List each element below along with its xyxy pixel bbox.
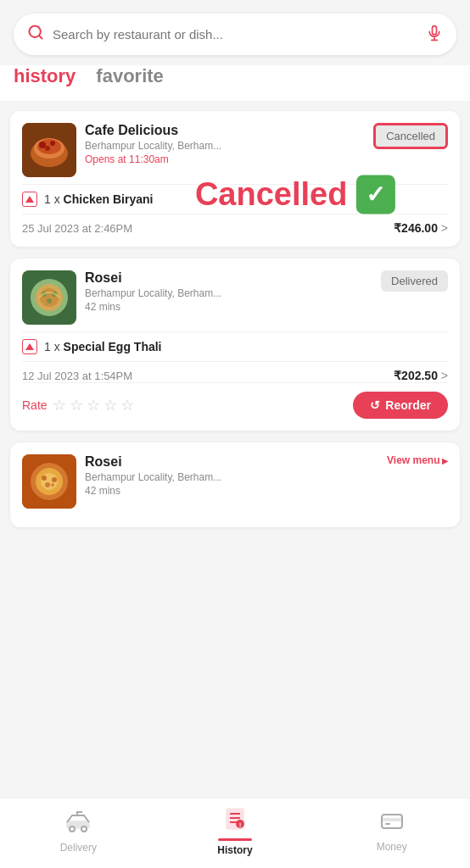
order-card: Rosei Berhampur Locality, Berham... 42 m… xyxy=(10,259,460,431)
restaurant-locality: Berhampur Locality, Berham... xyxy=(85,471,378,483)
reorder-button[interactable]: ↺ Reorder xyxy=(353,392,448,419)
restaurant-locality: Berhampur Locality, Berham... xyxy=(85,140,378,152)
restaurant-info: Rosei Berhampur Locality, Berham... 42 m… xyxy=(85,270,378,313)
order-amount: ₹246.00 xyxy=(394,221,448,235)
restaurant-info: Rosei Berhampur Locality, Berham... 42 m… xyxy=(85,454,378,497)
delivery-icon xyxy=(65,810,91,838)
order-date: 12 Jul 2023 at 1:54PM xyxy=(22,370,132,382)
restaurant-row: Rosei Berhampur Locality, Berham... 42 m… xyxy=(22,454,448,509)
star-3[interactable]: ☆ xyxy=(87,396,100,415)
status-badge-cancelled: Cancelled xyxy=(373,123,448,149)
orders-list: Cafe Delicious Berhampur Locality, Berha… xyxy=(0,101,470,537)
nav-delivery[interactable]: Delivery xyxy=(0,810,157,854)
svg-text:!: ! xyxy=(239,821,242,829)
svg-point-28 xyxy=(70,826,75,832)
history-icon: ! xyxy=(223,807,247,837)
order-amount: ₹202.50 xyxy=(394,369,448,382)
restaurant-time: 42 mins xyxy=(85,485,378,497)
cancelled-overlay: Cancelled ✓ xyxy=(195,175,395,214)
restaurant-row: Cafe Delicious Berhampur Locality, Berha… xyxy=(22,123,448,177)
nav-delivery-label: Delivery xyxy=(60,842,97,854)
star-1[interactable]: ☆ xyxy=(53,396,66,415)
reorder-label: Reorder xyxy=(385,398,431,412)
cancelled-text: Cancelled xyxy=(195,176,348,213)
search-icon xyxy=(27,24,44,45)
rate-section: Rate ☆ ☆ ☆ ☆ ☆ xyxy=(22,396,134,415)
order-date: 25 Jul 2023 at 2:46PM xyxy=(22,222,132,235)
status-badge-delivered: Delivered xyxy=(381,270,448,292)
restaurant-locality: Berhampur Locality, Berham... xyxy=(85,287,378,299)
svg-line-1 xyxy=(39,36,42,39)
rate-reorder-row: Rate ☆ ☆ ☆ ☆ ☆ ↺ Reorder xyxy=(22,382,448,419)
order-card: Cafe Delicious Berhampur Locality, Berha… xyxy=(10,111,460,247)
checkmark-box: ✓ xyxy=(355,175,394,214)
svg-point-25 xyxy=(45,482,50,487)
nav-history[interactable]: ! History xyxy=(157,807,314,856)
order-card: Rosei Berhampur Locality, Berham... 42 m… xyxy=(10,442,460,527)
nav-history-label: History xyxy=(217,844,252,856)
date-amount-row[interactable]: 12 Jul 2023 at 1:54PM ₹202.50 xyxy=(22,361,448,382)
star-4[interactable]: ☆ xyxy=(104,396,117,415)
svg-point-9 xyxy=(39,142,46,148)
svg-rect-2 xyxy=(433,25,437,34)
search-bar[interactable] xyxy=(14,14,456,55)
restaurant-info: Cafe Delicious Berhampur Locality, Berha… xyxy=(85,123,378,165)
active-indicator xyxy=(218,838,252,841)
item-type-icon xyxy=(22,192,37,207)
rate-label: Rate xyxy=(22,398,48,412)
restaurant-name: Rosei xyxy=(85,270,378,286)
money-icon xyxy=(380,811,404,837)
star-rating[interactable]: ☆ ☆ ☆ ☆ ☆ xyxy=(53,396,134,415)
svg-point-23 xyxy=(42,476,47,481)
svg-rect-38 xyxy=(385,823,390,825)
mic-icon[interactable] xyxy=(426,25,443,45)
restaurant-time: 42 mins xyxy=(85,301,378,313)
view-menu-link[interactable]: View menu xyxy=(387,454,448,466)
nav-money-label: Money xyxy=(377,841,407,853)
svg-point-11 xyxy=(45,146,50,151)
item-row: 1 x Special Egg Thali xyxy=(22,331,448,361)
reorder-icon: ↺ xyxy=(370,398,380,412)
item-type-icon xyxy=(22,339,37,354)
svg-point-15 xyxy=(40,288,59,307)
nav-money[interactable]: Money xyxy=(313,811,470,853)
restaurant-name: Cafe Delicious xyxy=(85,123,378,138)
item-text: 1 x Chicken Biryani xyxy=(44,192,153,206)
item-text: 1 x Special Egg Thali xyxy=(44,340,162,353)
svg-point-10 xyxy=(50,141,55,146)
svg-point-18 xyxy=(47,298,52,303)
search-input[interactable] xyxy=(53,27,417,42)
restaurant-image xyxy=(22,270,76,325)
bottom-nav: Delivery ! History Money xyxy=(0,798,470,868)
svg-point-24 xyxy=(52,477,57,482)
tabs-container: history favorite xyxy=(0,65,470,101)
restaurant-name: Rosei xyxy=(85,454,378,470)
date-amount-row[interactable]: 25 Jul 2023 at 2:46PM ₹246.00 xyxy=(22,214,448,235)
restaurant-image xyxy=(22,454,76,509)
svg-rect-37 xyxy=(382,818,402,821)
tab-favorite[interactable]: favorite xyxy=(96,65,163,91)
restaurant-opens: Opens at 11:30am xyxy=(85,153,378,165)
restaurant-image xyxy=(22,123,76,177)
restaurant-row: Rosei Berhampur Locality, Berham... 42 m… xyxy=(22,270,448,325)
tab-history[interactable]: history xyxy=(14,65,76,91)
star-5[interactable]: ☆ xyxy=(120,396,134,415)
svg-point-26 xyxy=(51,483,54,487)
star-2[interactable]: ☆ xyxy=(70,396,83,415)
svg-point-29 xyxy=(81,826,87,832)
